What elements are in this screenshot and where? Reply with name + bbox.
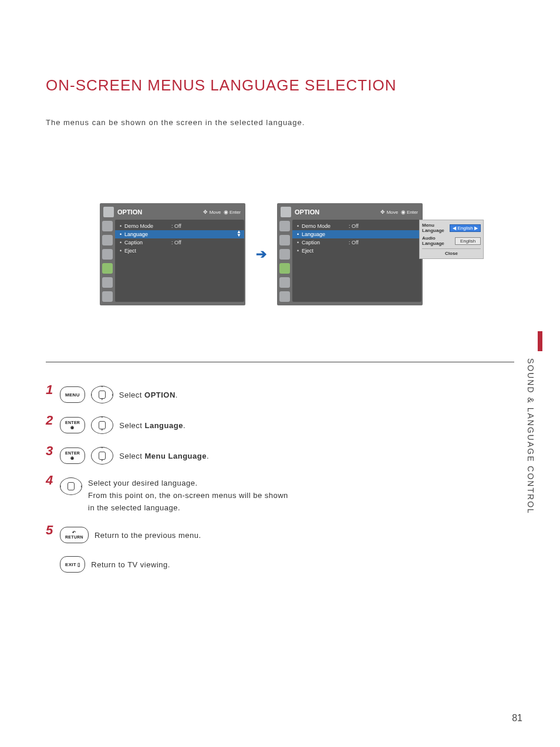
list-item: •Caption: Off	[292, 238, 421, 247]
chevron-right-icon: ›	[80, 484, 82, 489]
list-item: •Demo Mode: Off	[115, 222, 244, 230]
step-number: 1	[46, 382, 54, 398]
scroll-indicator-icon: ▲▼	[236, 230, 242, 237]
chevron-up-icon: ˄	[101, 416, 103, 421]
move-icon: ✥	[203, 209, 208, 215]
audio-language-value[interactable]: English	[455, 237, 481, 245]
section-label: SOUND & LANGUAGE CONTROL	[526, 358, 535, 514]
language-popup: Menu Language ◀ English ▶ Audio Language…	[419, 220, 484, 259]
list-item: •Eject	[292, 247, 421, 255]
enter-icon: ◉	[224, 209, 228, 215]
return-arrow-icon: ↶	[72, 530, 76, 535]
exit-button: EXIT▯	[60, 556, 85, 573]
menu-tab-icon	[279, 291, 290, 302]
dpad-vertical-button: ˄ ˅	[91, 416, 113, 434]
step-text: Return to the previous menu.	[95, 531, 201, 540]
option-icon	[103, 207, 114, 217]
menu-tab-icon	[102, 277, 113, 288]
step-text: Select Menu Language.	[119, 452, 209, 460]
exit-icon: ▯	[77, 562, 80, 567]
menu-tab-icon	[279, 249, 290, 260]
arrow-right-icon: ➔	[256, 247, 266, 262]
step-text: Return to TV viewing.	[91, 560, 170, 569]
menu-tab-icon	[102, 249, 113, 260]
dpad-horizontal-button: ‹ ›	[60, 477, 82, 495]
step-text: Select your desired language. From this …	[88, 477, 294, 514]
enter-dot-icon: ◉	[70, 456, 74, 460]
chevron-up-icon: ˄	[101, 447, 103, 452]
move-icon: ✥	[380, 209, 385, 215]
list-item: •Eject	[115, 247, 244, 255]
list-item-selected: •Language	[115, 230, 244, 238]
chevron-left-icon: ‹	[60, 484, 62, 489]
step-number: 2	[46, 413, 54, 428]
menu-button: MENU	[60, 386, 85, 403]
enter-dot-icon: ◉	[70, 425, 74, 430]
intro-text: The menus can be shown on the screen in …	[46, 118, 560, 127]
menu-tab-icon	[279, 277, 290, 288]
osd-hint: ✥ Move ◉ Enter	[203, 209, 241, 215]
chevron-down-icon: ˅	[101, 429, 103, 434]
menu-tab-icon	[102, 221, 113, 231]
step-text: Select OPTION.	[119, 391, 178, 399]
menu-tab-icon	[279, 235, 290, 245]
osd-panel-after: OPTION ✥ Move ◉ Enter •Demo Mode: Off •L…	[277, 203, 423, 305]
option-icon	[281, 207, 291, 217]
osd-title: OPTION	[117, 208, 203, 216]
chevron-up-icon: ˄	[101, 386, 103, 391]
menu-tab-icon	[102, 291, 113, 302]
divider	[46, 362, 514, 362]
instruction-steps: 1 MENU ˄ ˅ ‹ › Select OPTION. 2 ENTER◉ ˄…	[46, 386, 560, 573]
osd-panel-before: OPTION ✥ Move ◉ Enter •Demo Mode: Off •L…	[100, 203, 245, 305]
chevron-right-icon: ›	[112, 393, 113, 397]
menu-tab-icon	[279, 263, 290, 274]
osd-illustration: OPTION ✥ Move ◉ Enter •Demo Mode: Off •L…	[100, 203, 560, 305]
osd-hint: ✥ Move ◉ Enter	[380, 209, 418, 215]
menu-tab-icon	[279, 221, 290, 231]
list-item-selected: •Language	[292, 230, 421, 238]
menu-language-label: Menu Language	[422, 223, 447, 233]
list-item: •Caption: Off	[115, 238, 244, 247]
page-title: ON-SCREEN MENUS LANGUAGE SELECTION	[46, 76, 560, 95]
enter-button: ENTER◉	[60, 417, 85, 433]
menu-tab-icon	[102, 235, 113, 245]
step-number: 4	[46, 473, 54, 488]
audio-language-label: Audio Language	[422, 235, 453, 246]
chevron-left-icon: ‹	[91, 393, 93, 397]
dpad-button: ˄ ˅ ‹ ›	[91, 386, 113, 403]
enter-icon: ◉	[401, 209, 406, 215]
osd-title: OPTION	[295, 208, 380, 216]
dpad-vertical-button: ˄ ˅	[91, 447, 113, 465]
step-text: Select Language.	[119, 421, 185, 430]
step-number: 5	[46, 523, 54, 538]
close-button[interactable]: Close	[422, 248, 481, 256]
page-number: 81	[512, 713, 522, 724]
enter-button: ENTER◉	[60, 447, 85, 464]
list-item: •Demo Mode: Off	[292, 222, 421, 230]
menu-language-value[interactable]: ◀ English ▶	[450, 224, 481, 232]
chevron-down-icon: ˅	[101, 460, 103, 465]
chevron-down-icon: ˅	[101, 399, 103, 403]
side-tab	[538, 331, 542, 351]
menu-tab-icon	[102, 263, 113, 274]
step-number: 3	[46, 443, 54, 459]
return-button: ↶RETURN	[60, 527, 89, 543]
